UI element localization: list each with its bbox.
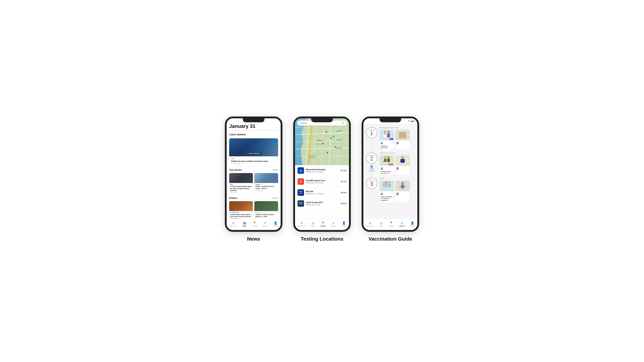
phase-3-b-figure (397, 181, 408, 191)
locations-list[interactable]: MTSINAI Mount Sinai Hospital Waiting tim… (295, 165, 349, 219)
svg-point-14 (326, 151, 328, 154)
t-nav-profile[interactable]: 👤 Profile (340, 221, 348, 228)
featured-story[interactable]: CORONER CNN California tops 3 million Co… (229, 138, 278, 166)
location-1[interactable]: CITYMD City MD Urgent Care Waiting time:… (295, 176, 349, 187)
nav-risk-score[interactable]: ⊞ Risk Score (228, 221, 239, 228)
location-0-name: Mount Sinai Hospital (306, 168, 339, 170)
phase-2-date: FEBRUARY - MARCH (380, 152, 415, 154)
location-0-logo: MTSINAI (298, 167, 304, 174)
you-are-here-date: February 2021 (368, 170, 375, 172)
top-story-1-body: CNN He... Califo... Covid-19 one lo... c… (254, 183, 278, 192)
map-area[interactable]: W 34th St W 28th St W 24th St W 20th St … (295, 118, 349, 165)
t-nav-testing[interactable]: 📍 Testing (319, 221, 327, 228)
top-story-1[interactable]: CNN He... Califo... Covid-19 one lo... c… (254, 173, 278, 194)
phase-1-card-b-bottom: B (396, 140, 410, 146)
phase-2-cards: Moderna A Residents over the age of 75 (380, 155, 415, 175)
phase-3-card-a-letter: A (381, 192, 393, 196)
location-0-info: Mount Sinai Hospital Waiting time: 15 mi… (306, 168, 339, 173)
phase-3-card-a-top (380, 180, 394, 191)
map-search-bar[interactable]: Chelsea 🔍 (297, 120, 347, 125)
featured-img-overlay: CORONER (246, 152, 261, 155)
politics-see-all[interactable]: See All (272, 197, 278, 199)
location-2-info: Rite Aid Waiting time: 20 minutes (306, 190, 339, 195)
news-phone-label: News (247, 236, 260, 242)
featured-source: CNN (231, 158, 276, 159)
phase-1-row: PHASE 1 DECEMBER - FEBRUARY (366, 127, 415, 149)
svg-line-37 (389, 162, 390, 164)
svg-rect-33 (384, 159, 386, 162)
svg-text:DISTRICT: DISTRICT (310, 157, 314, 158)
news-scroll-content[interactable]: January 31 Latest Updates CORONER CNN Ca… (227, 118, 281, 230)
top-story-1-source: CNN He... (256, 184, 277, 185)
t-nav-vaccine[interactable]: 💉 Vaccine (330, 221, 338, 228)
t-vaccine-icon: 💉 (332, 222, 335, 225)
svg-point-35 (388, 156, 390, 158)
nav-news[interactable]: ▤ News (241, 221, 248, 228)
location-3-name: Javits Center NYC (306, 201, 339, 204)
v-news-icon: ▤ (380, 222, 382, 225)
v-risk-icon: ⊞ (369, 222, 371, 225)
t-nav-news-label: News (311, 225, 315, 227)
t-nav-news[interactable]: ▤ News (310, 221, 316, 228)
vaccine-icon: 💉 (263, 222, 267, 225)
location-0[interactable]: MTSINAI Mount Sinai Hospital Waiting tim… (295, 165, 349, 176)
phase-1-card-b[interactable]: B (396, 130, 410, 149)
nav-profile[interactable]: 👤 Profile (272, 221, 280, 228)
phase-2-card-a[interactable]: Moderna A Residents over the age of 75 (380, 155, 394, 175)
location-2-logo: RITEAID (298, 189, 304, 196)
v-nav-profile[interactable]: 👤 Profile (409, 221, 416, 228)
vaccine-phone-label: Vaccination Guide (368, 236, 412, 242)
nav-vaccine[interactable]: 💉 Vaccine (261, 221, 270, 228)
v-profile-icon: 👤 (410, 222, 414, 225)
v-vaccine-icon: 💉 (400, 222, 404, 225)
phase-3-card-b[interactable]: B (396, 180, 410, 202)
location-3[interactable]: JAVITSCTR Javits Center NYC Waiting time… (295, 198, 349, 209)
testing-phone-label: Testing Locations (300, 236, 344, 242)
t-nav-risk-score[interactable]: ⊞ Risk Score (296, 221, 307, 228)
location-2[interactable]: RITEAID Rite Aid Waiting time: 20 minute… (295, 187, 349, 198)
svg-rect-29 (387, 133, 390, 137)
phase-3-card-a[interactable]: A People with high-risk medical conditio… (380, 180, 394, 202)
svg-rect-50 (401, 185, 404, 189)
featured-story-image: CORONER (229, 138, 278, 156)
phase-3-content: APRIL (380, 178, 415, 202)
svg-rect-27 (385, 134, 385, 135)
moderna-badge-p2: Moderna (388, 164, 393, 165)
phase-1-card-a[interactable]: Pfizer A Healthcare personnel (380, 130, 394, 149)
phase-1-card-b-top (396, 130, 410, 140)
location-pin-icon: 📍 (408, 120, 410, 122)
phase-3-circle: PHASE 3 (366, 178, 378, 189)
v-nav-risk-score[interactable]: ⊞ Risk Score (365, 221, 376, 228)
t-profile-icon: 👤 (342, 222, 346, 225)
phase-1-card-a-bottom: A Healthcare personnel (380, 140, 394, 149)
svg-point-15 (333, 135, 334, 137)
nav-testing[interactable]: 📍 Testing (250, 221, 258, 228)
phone-news-container: January 31 Latest Updates CORONER CNN Ca… (225, 116, 282, 242)
svg-point-10 (326, 131, 328, 133)
politics-header: Politics See All (229, 197, 278, 199)
politics-story-1-img (254, 201, 278, 211)
testing-bottom-nav: ⊞ Risk Score ▤ News 📍 Testing 💉 Vaccine (295, 219, 349, 230)
phase-2-card-b[interactable]: B (396, 155, 410, 175)
svg-rect-46 (386, 184, 388, 187)
location-1-dist: 0.5 mi (341, 180, 346, 183)
phase-1-date: DECEMBER - FEBRUARY (380, 127, 415, 129)
svg-point-47 (389, 182, 390, 184)
t-testing-icon: 📍 (321, 222, 325, 225)
v-nav-testing[interactable]: 📍 Testing (387, 221, 395, 228)
top-stories-see-all[interactable]: See All (272, 169, 278, 171)
vaccine-content[interactable]: 📍 NYC PHASE 1 DECE (363, 118, 417, 230)
top-story-1-headline: Califo... Covid-19 one lo... conta... th… (256, 186, 277, 190)
nav-vaccine-label: Vaccine (262, 225, 268, 227)
top-story-0[interactable]: NBC Covid misinformation takes its toll … (229, 173, 253, 194)
v-nav-news[interactable]: ▤ News (378, 221, 385, 228)
vaccine-screen-container: 📍 NYC PHASE 1 DECE (363, 118, 417, 230)
phase-3-row: PHASE 3 APRIL (366, 178, 415, 202)
phones-row: January 31 Latest Updates CORONER CNN Ca… (225, 116, 419, 242)
profile-icon: 👤 (274, 222, 278, 225)
news-icon: ▤ (243, 222, 246, 225)
v-nav-vaccine[interactable]: 💉 Vaccine (398, 221, 406, 228)
v-nav-testing-label: Testing (388, 225, 394, 227)
svg-rect-40 (401, 159, 404, 163)
phone-news: January 31 Latest Updates CORONER CNN Ca… (225, 116, 282, 232)
